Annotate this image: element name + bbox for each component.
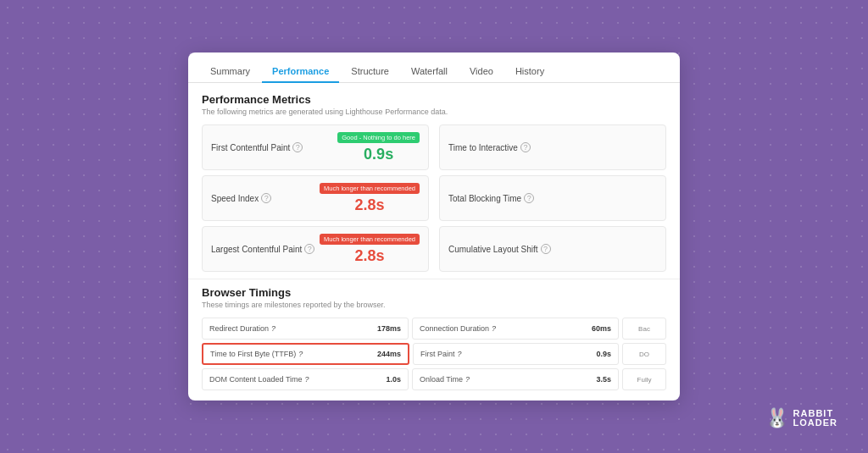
performance-metrics-subtitle: The following metrics are generated usin…	[202, 108, 666, 116]
onload-val: 3.5s	[596, 375, 611, 384]
timing-ttfb: Time to First Byte (TTFB) ? 244ms	[202, 343, 409, 365]
tab-history[interactable]: History	[505, 61, 554, 83]
metric-cls-label: Cumulative Layout Shift ?	[448, 244, 551, 254]
timing-onload: Onload Time ? 3.5s	[412, 368, 619, 390]
performance-metrics-title: Performance Metrics	[202, 93, 666, 106]
metric-si: Speed Index ? Much longer than recommend…	[202, 175, 429, 221]
connection-val: 60ms	[592, 324, 611, 333]
tab-summary[interactable]: Summary	[200, 61, 260, 83]
lcp-info-icon[interactable]: ?	[304, 244, 314, 254]
si-info-icon[interactable]: ?	[261, 193, 271, 203]
timing-row-2: Time to First Byte (TTFB) ? 244ms First …	[202, 343, 666, 365]
si-badge: Much longer than recommended	[320, 183, 420, 194]
redirect-val: 178ms	[377, 324, 401, 333]
timing-first-paint: First Paint ? 0.9s	[413, 343, 619, 365]
metric-lcp-value-box: Much longer than recommended 2.8s	[320, 234, 420, 265]
fcp-badge: Good - Nothing to do here	[337, 132, 420, 143]
si-number: 2.8s	[354, 196, 384, 214]
ttfb-val: 244ms	[377, 350, 401, 358]
metric-tbt: Total Blocking Time ?	[439, 175, 666, 221]
metric-fcp: First Contentful Paint ? Good - Nothing …	[202, 124, 429, 170]
timing-connection: Connection Duration ? 60ms	[412, 318, 619, 340]
timing-row-3: DOM Content Loaded Time ? 1.0s Onload Ti…	[202, 368, 666, 390]
dcl-info-icon[interactable]: ?	[305, 375, 309, 384]
performance-metrics-section: Performance Metrics The following metric…	[188, 83, 680, 279]
metric-tti: Time to Interactive ?	[439, 124, 666, 170]
metric-lcp: Largest Contentful Paint ? Much longer t…	[202, 226, 429, 272]
first-paint-val: 0.9s	[596, 350, 611, 358]
fcp-info-icon[interactable]: ?	[292, 142, 303, 152]
timing-bac: Bac	[622, 318, 666, 340]
redirect-info-icon[interactable]: ?	[271, 324, 275, 333]
timing-dom: DO	[622, 343, 666, 365]
timing-redirect: Redirect Duration ? 178ms	[202, 318, 409, 340]
tab-waterfall[interactable]: Waterfall	[401, 61, 458, 83]
tab-video[interactable]: Video	[459, 61, 504, 83]
browser-timings-subtitle: These timings are milestones reported by…	[202, 301, 666, 309]
metric-tbt-label: Total Blocking Time ?	[448, 193, 534, 203]
browser-timings-title: Browser Timings	[202, 286, 666, 299]
timing-row-1: Redirect Duration ? 178ms Connection Dur…	[202, 318, 666, 340]
tab-structure[interactable]: Structure	[341, 61, 399, 83]
main-card: Summary Performance Structure Waterfall …	[188, 52, 680, 401]
logo-area: 🐰 RABBIT LOADER	[765, 407, 837, 429]
fcp-number: 0.9s	[364, 146, 393, 163]
rabbit-icon: 🐰	[765, 407, 788, 429]
tab-bar: Summary Performance Structure Waterfall …	[188, 52, 680, 83]
metric-tti-label: Time to Interactive ?	[448, 142, 531, 152]
metric-fcp-value-box: Good - Nothing to do here 0.9s	[337, 132, 420, 163]
cls-info-icon[interactable]: ?	[541, 244, 551, 254]
tab-performance[interactable]: Performance	[262, 61, 339, 83]
onload-info-icon[interactable]: ?	[465, 375, 470, 384]
timing-dcl: DOM Content Loaded Time ? 1.0s	[202, 368, 409, 390]
metric-cls: Cumulative Layout Shift ?	[439, 226, 666, 272]
first-paint-info-icon[interactable]: ?	[458, 350, 462, 358]
metric-fcp-label: First Contentful Paint ?	[211, 142, 303, 152]
tti-info-icon[interactable]: ?	[520, 142, 531, 152]
connection-info-icon[interactable]: ?	[492, 324, 496, 333]
metric-si-value-box: Much longer than recommended 2.8s	[320, 183, 420, 214]
metric-si-label: Speed Index ?	[211, 193, 271, 203]
ttfb-info-icon[interactable]: ?	[298, 350, 303, 358]
metrics-grid: First Contentful Paint ? Good - Nothing …	[202, 124, 666, 272]
logo-text: RABBIT LOADER	[793, 409, 837, 428]
lcp-number: 2.8s	[354, 247, 384, 265]
metric-lcp-label: Largest Contentful Paint ?	[211, 244, 314, 254]
lcp-badge: Much longer than recommended	[320, 234, 420, 245]
dcl-val: 1.0s	[386, 375, 401, 384]
logo-loader: LOADER	[793, 418, 837, 428]
tbt-info-icon[interactable]: ?	[524, 193, 534, 203]
browser-timings-section: Browser Timings These timings are milest…	[188, 279, 680, 401]
timing-fully: Fully	[622, 368, 666, 390]
